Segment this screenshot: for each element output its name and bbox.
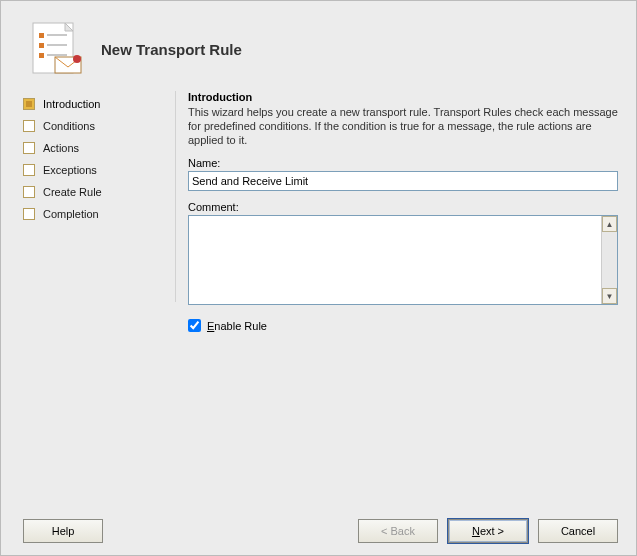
- step-label: Actions: [43, 142, 79, 154]
- step-actions[interactable]: Actions: [19, 137, 169, 159]
- wizard-button-bar: Help < Back Next > Cancel: [1, 519, 636, 543]
- wizard-body: Introduction Conditions Actions Exceptio…: [1, 87, 636, 332]
- svg-rect-3: [39, 43, 44, 48]
- comment-label: Comment:: [188, 201, 618, 213]
- step-label: Exceptions: [43, 164, 97, 176]
- section-description: This wizard helps you create a new trans…: [188, 105, 618, 147]
- help-button[interactable]: Help: [23, 519, 103, 543]
- step-create-rule[interactable]: Create Rule: [19, 181, 169, 203]
- name-label: Name:: [188, 157, 618, 169]
- step-status-icon: [23, 186, 35, 198]
- step-completion[interactable]: Completion: [19, 203, 169, 225]
- step-label: Introduction: [43, 98, 100, 110]
- step-conditions[interactable]: Conditions: [19, 115, 169, 137]
- scroll-down-icon[interactable]: ▼: [602, 288, 617, 304]
- enable-rule-checkbox[interactable]: [188, 319, 201, 332]
- step-status-icon: [23, 164, 35, 176]
- wizard-title: New Transport Rule: [101, 41, 242, 58]
- step-label: Conditions: [43, 120, 95, 132]
- svg-point-9: [73, 55, 81, 63]
- step-introduction[interactable]: Introduction: [19, 93, 169, 115]
- cancel-button[interactable]: Cancel: [538, 519, 618, 543]
- wizard-icon: [29, 21, 85, 77]
- step-status-icon: [23, 120, 35, 132]
- step-status-icon: [23, 142, 35, 154]
- scroll-up-icon[interactable]: ▲: [602, 216, 617, 232]
- svg-rect-4: [39, 53, 44, 58]
- wizard-steps-sidebar: Introduction Conditions Actions Exceptio…: [19, 87, 169, 225]
- vertical-divider: [175, 91, 176, 302]
- svg-rect-2: [39, 33, 44, 38]
- wizard-main-panel: Introduction This wizard helps you creat…: [188, 87, 624, 332]
- step-status-icon: [23, 208, 35, 220]
- rule-comment-input[interactable]: [189, 216, 601, 304]
- next-button[interactable]: Next >: [448, 519, 528, 543]
- comment-field-wrap: ▲ ▼: [188, 215, 618, 305]
- enable-rule-label[interactable]: Enable Rule: [207, 320, 267, 332]
- back-button: < Back: [358, 519, 438, 543]
- step-label: Create Rule: [43, 186, 102, 198]
- wizard-header: New Transport Rule: [1, 1, 636, 87]
- step-label: Completion: [43, 208, 99, 220]
- section-title: Introduction: [188, 91, 618, 103]
- rule-name-input[interactable]: [188, 171, 618, 191]
- comment-scrollbar[interactable]: ▲ ▼: [601, 216, 617, 304]
- step-status-icon: [23, 98, 35, 110]
- step-exceptions[interactable]: Exceptions: [19, 159, 169, 181]
